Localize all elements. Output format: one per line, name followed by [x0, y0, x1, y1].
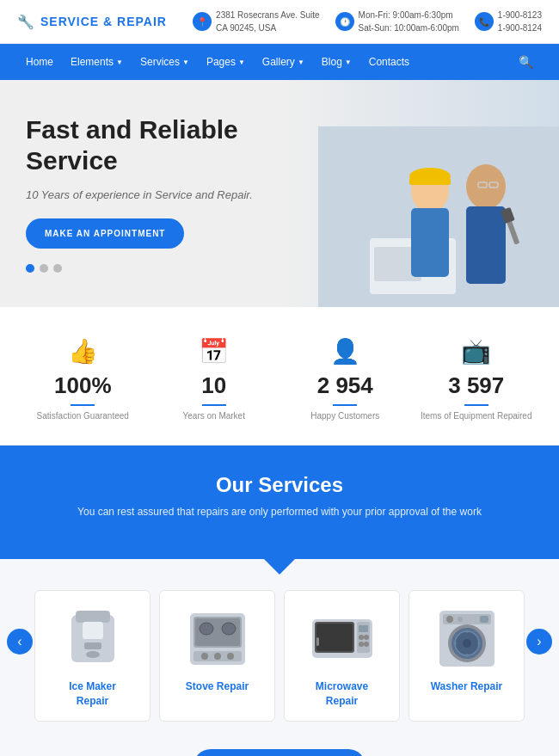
- view-all-section: VIEW ALL SERVICES: [0, 730, 559, 756]
- services-arrow-down: [261, 556, 298, 575]
- nav-blog[interactable]: Blog ▼: [313, 45, 360, 79]
- nav-gallery-arrow: ▼: [298, 58, 304, 66]
- location-icon: 📍: [193, 12, 212, 31]
- stat-number-years: 10: [149, 372, 280, 399]
- svg-point-22: [222, 623, 236, 635]
- services-cards-section: ‹ Ice MakerRepair: [0, 559, 559, 730]
- person-icon: 👤: [280, 337, 411, 366]
- stat-years: 📅 10 Years on Market: [149, 337, 280, 421]
- service-card-ice-maker[interactable]: Ice MakerRepair: [34, 590, 150, 722]
- logo[interactable]: 🔧 SERVICE & REPAIR: [17, 14, 167, 30]
- nav-elements-arrow: ▼: [116, 58, 123, 66]
- carousel-next-button[interactable]: ›: [526, 629, 552, 655]
- nav-blog-arrow: ▼: [345, 58, 352, 66]
- stat-label-satisfaction: Satisfaction Guaranteed: [17, 411, 149, 421]
- stat-satisfaction: 👍 100% Satisfaction Guaranteed: [17, 337, 149, 421]
- svg-rect-4: [411, 208, 449, 277]
- view-all-button[interactable]: VIEW ALL SERVICES: [194, 749, 365, 756]
- hero-image: [318, 126, 559, 307]
- svg-rect-41: [480, 616, 488, 623]
- tv-icon: 📺: [411, 337, 543, 366]
- svg-rect-30: [316, 637, 319, 646]
- dot-2[interactable]: [40, 264, 48, 273]
- svg-point-26: [227, 653, 234, 660]
- svg-point-40: [458, 617, 463, 622]
- svg-rect-6: [409, 178, 451, 185]
- stat-customers: 👤 2 954 Happy Customers: [280, 337, 411, 421]
- stove-svg: [183, 606, 252, 671]
- svg-rect-8: [466, 206, 506, 284]
- phone-icon: 📞: [475, 12, 494, 31]
- svg-point-25: [214, 653, 221, 660]
- stove-image: [183, 606, 252, 671]
- logo-text: SERVICE & REPAIR: [40, 15, 167, 28]
- svg-rect-16: [84, 642, 101, 649]
- svg-point-47: [477, 642, 481, 645]
- ice-maker-image: [58, 606, 127, 671]
- hours-text: Mon-Fri: 9:00am-6:30pm Sat-Sun: 10:00am-…: [359, 9, 459, 34]
- nav-pages[interactable]: Pages ▼: [198, 45, 254, 79]
- svg-point-48: [465, 654, 469, 657]
- stats-section: 👍 100% Satisfaction Guaranteed 📅 10 Year…: [0, 307, 559, 446]
- dot-1[interactable]: [26, 264, 34, 273]
- ice-maker-label: Ice MakerRepair: [42, 679, 143, 709]
- stat-divider-satisfaction: [71, 404, 95, 406]
- make-appointment-button[interactable]: MAKE AN APPOINTMENT: [26, 218, 184, 249]
- top-contacts: 📍 2381 Rosecrans Ave. Suite CA 90245, US…: [193, 9, 542, 34]
- hero-content: Fast and Reliable Service 10 Years of ex…: [26, 114, 318, 273]
- washer-label: Washer Repair: [416, 679, 517, 694]
- nav-gallery[interactable]: Gallery ▼: [254, 45, 313, 79]
- washer-image: [433, 606, 501, 671]
- ice-maker-svg: [58, 606, 127, 671]
- nav-elements[interactable]: Elements ▼: [62, 45, 132, 79]
- svg-rect-32: [359, 625, 368, 632]
- nav-services[interactable]: Services ▼: [132, 45, 198, 79]
- contact-hours: 🕐 Mon-Fri: 9:00am-6:30pm Sat-Sun: 10:00a…: [335, 9, 459, 34]
- services-header: Our Services You can rest assured that r…: [0, 446, 559, 559]
- hero-title: Fast and Reliable Service: [26, 114, 318, 176]
- nav-search[interactable]: 🔍: [510, 44, 542, 80]
- service-cards-list: Ice MakerRepair Stove Repair: [34, 590, 525, 722]
- svg-point-34: [364, 635, 369, 640]
- carousel-prev-button[interactable]: ‹: [7, 629, 33, 655]
- nav-contacts[interactable]: Contacts: [360, 45, 418, 79]
- services-subtitle: You can rest assured that repairs are on…: [17, 506, 542, 518]
- hero-subtitle: 10 Years of experience in Service and Re…: [26, 188, 318, 201]
- dot-3[interactable]: [53, 264, 62, 273]
- contact-phone: 📞 1-900-8123 1-900-8124: [475, 9, 542, 34]
- stat-divider-customers: [333, 404, 357, 406]
- svg-rect-29: [316, 624, 353, 651]
- nav-services-arrow: ▼: [182, 58, 189, 66]
- stat-divider-equipment: [464, 404, 488, 406]
- svg-point-33: [359, 635, 364, 640]
- stat-equipment: 📺 3 597 Items of Equipment Repaired: [411, 337, 543, 421]
- hero-section: Fast and Reliable Service 10 Years of ex…: [0, 80, 559, 307]
- svg-point-45: [463, 639, 471, 648]
- hero-dots: [26, 264, 318, 273]
- svg-point-21: [200, 623, 213, 635]
- services-title: Our Services: [17, 473, 542, 497]
- clock-icon: 🕐: [335, 12, 354, 31]
- microwave-image: [308, 606, 377, 671]
- calendar-icon: 📅: [149, 337, 280, 366]
- svg-point-24: [201, 653, 208, 660]
- svg-point-36: [364, 642, 369, 647]
- service-card-stove[interactable]: Stove Repair: [159, 590, 275, 722]
- thumbs-up-icon: 👍: [17, 337, 149, 366]
- hero-workers-illustration: [318, 126, 559, 307]
- top-bar: 🔧 SERVICE & REPAIR 📍 2381 Rosecrans Ave.…: [0, 0, 559, 44]
- svg-point-35: [359, 642, 364, 647]
- service-card-washer[interactable]: Washer Repair: [408, 590, 525, 722]
- stat-divider-years: [202, 404, 226, 406]
- nav-pages-arrow: ▼: [238, 58, 245, 66]
- stat-number-satisfaction: 100%: [17, 372, 149, 399]
- logo-icon: 🔧: [17, 14, 35, 30]
- washer-svg: [433, 606, 501, 671]
- nav-home[interactable]: Home: [17, 45, 62, 79]
- contact-address: 📍 2381 Rosecrans Ave. Suite CA 90245, US…: [193, 9, 319, 34]
- stat-label-equipment: Items of Equipment Repaired: [411, 411, 543, 421]
- navbar: Home Elements ▼ Services ▼ Pages ▼ Galle…: [0, 44, 559, 80]
- stat-label-customers: Happy Customers: [280, 411, 411, 421]
- service-card-microwave[interactable]: MicrowaveRepair: [284, 590, 400, 722]
- svg-rect-15: [83, 622, 103, 639]
